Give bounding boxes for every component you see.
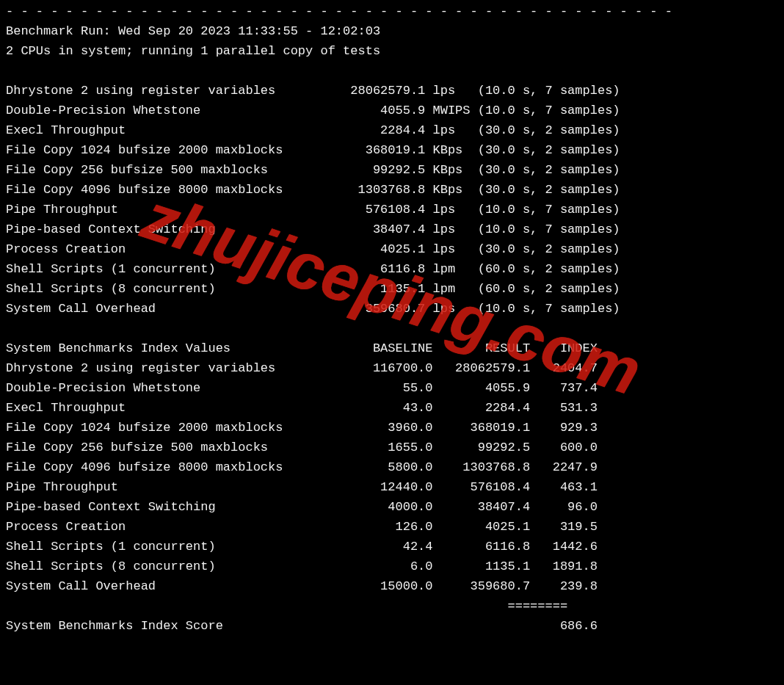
- score-rule-line: ========: [6, 599, 567, 613]
- run-header-line: Benchmark Run: Wed Sep 20 2023 11:33:55 …: [6, 24, 380, 38]
- index-results-block: System Benchmarks Index Values BASELINE …: [6, 341, 598, 593]
- raw-results-block: Dhrystone 2 using register variables 280…: [6, 84, 620, 316]
- cpu-line: 2 CPUs in system; running 1 parallel cop…: [6, 44, 380, 58]
- separator-line: - - - - - - - - - - - - - - - - - - - - …: [6, 4, 672, 18]
- score-line: System Benchmarks Index Score 686.6: [6, 619, 598, 633]
- terminal-output: - - - - - - - - - - - - - - - - - - - - …: [0, 0, 784, 685]
